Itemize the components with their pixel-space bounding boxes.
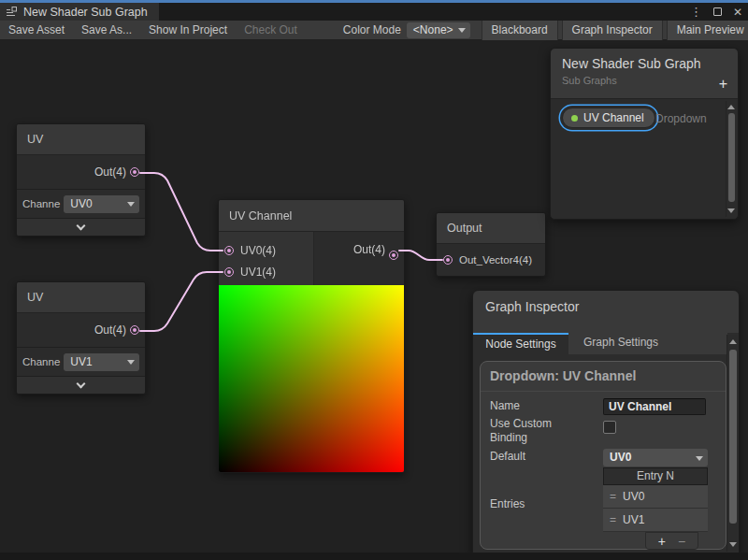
uv-node-a[interactable]: UV Out(4) Channe UV0: [16, 123, 146, 237]
tab-bar: New Shader Sub Graph ⋮ ✕: [0, 3, 748, 21]
channel-value: UV0: [70, 197, 92, 210]
save-asset-button[interactable]: Save Asset: [0, 21, 73, 39]
input-port-label: Out_Vector4(4): [459, 254, 532, 266]
out-port-label: Out(4): [94, 155, 126, 189]
chevron-down-icon: [77, 221, 86, 230]
name-label: Name: [490, 399, 520, 412]
tab-graph-settings[interactable]: Graph Settings: [568, 333, 673, 354]
out-port-label: Out(4): [353, 239, 385, 261]
entry-value: UV0: [623, 490, 644, 503]
shader-graph-window: New Shader Sub Graph ⋮ ✕ Save Asset Save…: [0, 0, 748, 560]
channel-value: UV1: [70, 355, 92, 368]
scroll-up-icon[interactable]: [727, 105, 735, 109]
blackboard-toggle-button[interactable]: Blackboard: [482, 21, 558, 40]
scrollbar-thumb[interactable]: [728, 113, 735, 202]
blackboard-title: New Shader Sub Graph: [562, 56, 726, 71]
blackboard-header[interactable]: New Shader Sub Graph Sub Graphs +: [551, 49, 738, 99]
use-custom-binding-label: Use Custom Binding: [490, 417, 576, 445]
toolbar: Save Asset Save As... Show In Project Ch…: [0, 21, 748, 40]
inspector-title: Graph Inspector: [485, 299, 726, 314]
chevron-down-icon: [77, 379, 86, 388]
output-node[interactable]: Output Out_Vector4(4): [436, 212, 546, 277]
dropdown-settings-box: Dropdown: UV Channel Name Use Custom Bin…: [480, 361, 726, 550]
main-preview-toggle-button[interactable]: Main Preview: [667, 21, 748, 40]
output-port[interactable]: [130, 167, 139, 177]
uv-preview: [219, 285, 404, 472]
chevron-down-icon: [127, 202, 135, 207]
collapse-button[interactable]: [17, 218, 145, 236]
save-as-button[interactable]: Save As...: [73, 21, 140, 39]
channel-dropdown[interactable]: UV0: [64, 195, 139, 213]
uv-channel-node[interactable]: UV Channel UV0(4) UV1(4) Out(4): [218, 199, 405, 473]
chevron-down-icon: [127, 360, 135, 365]
add-property-button[interactable]: +: [719, 77, 727, 92]
show-in-project-button[interactable]: Show In Project: [140, 21, 236, 39]
color-mode-dropdown[interactable]: <None>: [407, 22, 470, 38]
uv-node-b[interactable]: UV Out(4) Channe UV1: [16, 281, 146, 395]
output-port[interactable]: [130, 325, 139, 335]
blackboard-item-uv-channel[interactable]: UV Channel: [562, 108, 655, 128]
blackboard-panel: New Shader Sub Graph Sub Graphs + UV Cha…: [550, 48, 739, 220]
remove-entry-button[interactable]: −: [678, 535, 685, 548]
blackboard-item-type: Dropdown: [655, 112, 707, 125]
menu-icon[interactable]: ⋮: [690, 6, 702, 18]
inspector-header[interactable]: Graph Inspector: [473, 291, 739, 333]
out-port-label: Out(4): [94, 313, 126, 347]
use-custom-binding-checkbox[interactable]: [603, 421, 616, 434]
exposed-dot-icon: [571, 115, 578, 122]
scroll-down-icon[interactable]: [727, 208, 735, 213]
drag-handle-icon[interactable]: =: [610, 490, 616, 503]
asset-tab[interactable]: New Shader Sub Graph: [0, 3, 159, 21]
entries-table: Entry N = UV0 = UV1: [603, 467, 708, 532]
inspector-tabs: Node Settings Graph Settings: [473, 333, 727, 354]
add-entry-button[interactable]: +: [658, 535, 666, 548]
input-port-label: UV1(4): [240, 266, 276, 279]
chevron-down-icon: [696, 456, 703, 461]
entries-header: Entry N: [603, 467, 708, 485]
blackboard-body: UV Channel Dropdown: [551, 99, 738, 219]
blackboard-scrollbar[interactable]: [726, 101, 736, 217]
color-mode-value: <None>: [413, 23, 453, 36]
default-value: UV0: [610, 451, 631, 464]
entries-footer: + −: [645, 532, 698, 550]
output-port[interactable]: [389, 251, 398, 260]
maximize-icon[interactable]: [713, 7, 722, 16]
node-title: UV: [17, 282, 145, 313]
channel-label: Channe: [22, 198, 60, 209]
collapse-button[interactable]: [17, 376, 145, 394]
node-title: UV Channel: [219, 200, 404, 232]
channel-label: Channe: [22, 356, 60, 367]
blackboard-subtitle: Sub Graphs: [562, 75, 726, 86]
channel-dropdown[interactable]: UV1: [64, 353, 139, 371]
input-port-vector4[interactable]: [443, 255, 453, 265]
node-title: Output: [437, 213, 545, 244]
scrollbar-thumb[interactable]: [729, 350, 737, 524]
graph-inspector-panel: Graph Inspector Node Settings Graph Sett…: [472, 290, 740, 554]
input-port-label: UV0(4): [240, 244, 276, 257]
name-input[interactable]: [603, 398, 706, 415]
shader-graph-icon: [6, 6, 18, 18]
entry-row[interactable]: = UV0: [603, 485, 708, 509]
window-bottom-edge: [0, 553, 748, 560]
settings-box-title: Dropdown: UV Channel: [481, 362, 726, 392]
scroll-up-icon[interactable]: [729, 339, 737, 344]
window-controls: ⋮ ✕: [690, 3, 742, 21]
input-port-uv0[interactable]: [224, 246, 234, 255]
entries-label: Entries: [490, 497, 525, 510]
tab-node-settings[interactable]: Node Settings: [473, 333, 568, 354]
graph-inspector-toggle-button[interactable]: Graph Inspector: [562, 21, 663, 40]
drag-handle-icon[interactable]: =: [610, 513, 616, 526]
check-out-button: Check Out: [236, 21, 306, 39]
close-icon[interactable]: ✕: [733, 7, 742, 18]
node-title: UV: [17, 124, 145, 155]
chevron-down-icon: [458, 28, 466, 33]
scroll-down-icon[interactable]: [729, 542, 737, 547]
default-dropdown[interactable]: UV0: [603, 449, 708, 467]
inspector-content: Dropdown: UV Channel Name Use Custom Bin…: [473, 354, 728, 553]
input-port-uv1[interactable]: [224, 267, 234, 277]
color-mode-label: Color Mode: [338, 23, 407, 36]
tab-title: New Shader Sub Graph: [23, 6, 148, 19]
inspector-scrollbar[interactable]: [726, 335, 738, 552]
focus-highlight-strip: [0, 0, 748, 3]
entry-row[interactable]: = UV1: [603, 509, 708, 532]
